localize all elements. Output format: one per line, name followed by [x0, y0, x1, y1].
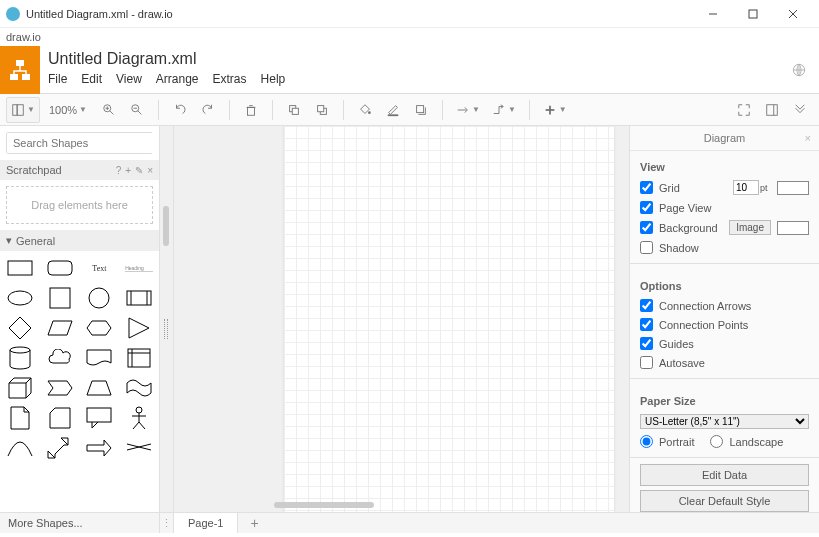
shape-link[interactable]	[125, 437, 153, 459]
zoom-label: 100%	[49, 104, 77, 116]
shape-bidir-arrow[interactable]	[46, 437, 74, 459]
close-button[interactable]	[773, 2, 813, 26]
zoom-in-button[interactable]	[96, 97, 122, 123]
shape-cube[interactable]	[6, 377, 34, 399]
clear-style-button[interactable]: Clear Default Style	[640, 490, 809, 512]
shape-ellipse[interactable]	[6, 287, 34, 309]
edit-data-button[interactable]: Edit Data	[640, 464, 809, 486]
add-page-button[interactable]: +	[238, 515, 270, 531]
shape-rounded-rect[interactable]	[46, 257, 74, 279]
page-tab[interactable]: Page-1	[174, 513, 238, 533]
add-icon[interactable]: +	[125, 165, 131, 176]
to-back-button[interactable]	[309, 97, 335, 123]
shape-cylinder[interactable]	[6, 347, 34, 369]
shape-rect[interactable]	[6, 257, 34, 279]
shadow-checkbox[interactable]	[640, 241, 653, 254]
grid-color[interactable]	[777, 181, 809, 195]
background-color[interactable]	[777, 221, 809, 235]
shape-square[interactable]	[46, 287, 74, 309]
close-icon[interactable]: ×	[147, 165, 153, 176]
scrollbar-thumb[interactable]	[163, 206, 169, 246]
menu-arrange[interactable]: Arrange	[156, 72, 199, 86]
sidebar-gutter[interactable]	[160, 126, 174, 512]
shape-arrow[interactable]	[85, 437, 113, 459]
add-button[interactable]: ▼	[538, 97, 572, 123]
shape-tape[interactable]	[125, 377, 153, 399]
zoom-out-button[interactable]	[124, 97, 150, 123]
undo-button[interactable]	[167, 97, 193, 123]
globe-icon[interactable]	[779, 46, 819, 93]
view-dropdown[interactable]: ▼	[6, 97, 40, 123]
collapse-button[interactable]	[787, 97, 813, 123]
shape-curve[interactable]	[6, 437, 34, 459]
delete-button[interactable]	[238, 97, 264, 123]
shape-actor[interactable]	[125, 407, 153, 429]
shape-circle[interactable]	[85, 287, 113, 309]
shape-process[interactable]	[125, 287, 153, 309]
horizontal-scrollbar[interactable]	[274, 502, 374, 508]
fullscreen-button[interactable]	[731, 97, 757, 123]
shape-card[interactable]	[46, 407, 74, 429]
maximize-button[interactable]	[733, 2, 773, 26]
grid-size-input[interactable]	[733, 180, 759, 195]
conn-arrows-checkbox[interactable]	[640, 299, 653, 312]
connection-button[interactable]: ▼	[451, 97, 485, 123]
shape-triangle[interactable]	[125, 317, 153, 339]
guides-checkbox[interactable]	[640, 337, 653, 350]
resize-handle[interactable]	[164, 319, 168, 339]
background-checkbox[interactable]	[640, 221, 653, 234]
menu-help[interactable]: Help	[261, 72, 286, 86]
conn-points-checkbox[interactable]	[640, 318, 653, 331]
shape-parallelogram[interactable]	[46, 317, 74, 339]
shape-heading[interactable]: Heading	[125, 257, 153, 279]
pageview-checkbox[interactable]	[640, 201, 653, 214]
shape-hexagon[interactable]	[85, 317, 113, 339]
shape-document[interactable]	[85, 347, 113, 369]
doc-title[interactable]: Untitled Diagram.xml	[48, 46, 779, 68]
autosave-checkbox[interactable]	[640, 356, 653, 369]
svg-point-36	[8, 291, 32, 305]
menu-view[interactable]: View	[116, 72, 142, 86]
paper[interactable]	[284, 126, 614, 512]
scratchpad-header[interactable]: Scratchpad ? + ✎ ×	[0, 160, 159, 180]
landscape-radio[interactable]	[710, 435, 723, 448]
more-shapes-button[interactable]: More Shapes...	[0, 513, 160, 533]
edit-icon[interactable]: ✎	[135, 165, 143, 176]
menu-extras[interactable]: Extras	[213, 72, 247, 86]
search-input[interactable]	[7, 133, 157, 153]
portrait-radio[interactable]	[640, 435, 653, 448]
redo-button[interactable]	[195, 97, 221, 123]
close-icon[interactable]: ×	[805, 132, 811, 144]
app-logo[interactable]	[0, 46, 40, 94]
line-color-button[interactable]	[380, 97, 406, 123]
grid-checkbox[interactable]	[640, 181, 653, 194]
menu-edit[interactable]: Edit	[81, 72, 102, 86]
shape-cloud[interactable]	[46, 347, 74, 369]
minimize-button[interactable]	[693, 2, 733, 26]
scratchpad-dropzone[interactable]: Drag elements here	[6, 186, 153, 224]
shape-trapezoid[interactable]	[85, 377, 113, 399]
shape-diamond[interactable]	[6, 317, 34, 339]
help-icon[interactable]: ?	[116, 165, 122, 176]
paper-size-select[interactable]: US-Letter (8,5" x 11")	[640, 414, 809, 429]
svg-point-24	[368, 111, 371, 114]
shape-text[interactable]: Text	[85, 257, 113, 279]
shapes-palette: Text Heading	[0, 251, 159, 512]
shadow-button[interactable]	[408, 97, 434, 123]
app-icon	[6, 7, 20, 21]
fill-color-button[interactable]	[352, 97, 378, 123]
grip-icon[interactable]: ⋮	[160, 513, 174, 533]
shape-internal-storage[interactable]	[125, 347, 153, 369]
general-header[interactable]: ▾General	[0, 230, 159, 251]
menu-file[interactable]: File	[48, 72, 67, 86]
shape-note[interactable]	[6, 407, 34, 429]
waypoint-button[interactable]: ▼	[487, 97, 521, 123]
canvas[interactable]	[174, 126, 629, 512]
shape-step[interactable]	[46, 377, 74, 399]
image-button[interactable]: Image	[729, 220, 771, 235]
options-section: Options	[630, 270, 819, 296]
shape-callout[interactable]	[85, 407, 113, 429]
to-front-button[interactable]	[281, 97, 307, 123]
format-panel-button[interactable]	[759, 97, 785, 123]
zoom-level[interactable]: 100%▼	[42, 97, 94, 123]
